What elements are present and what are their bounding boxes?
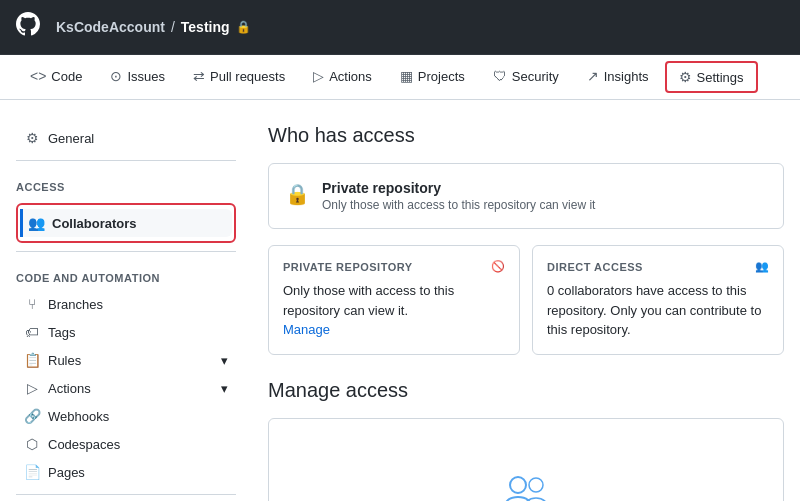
sidebar-divider-2 <box>16 251 236 252</box>
general-icon: ⚙ <box>24 130 40 146</box>
sidebar-divider-3 <box>16 494 236 495</box>
pr-icon: ⇄ <box>193 68 205 84</box>
access-container: 👥 Collaborators <box>16 203 236 243</box>
private-repo-card-header: PRIVATE REPOSITORY 🚫 <box>283 260 505 273</box>
private-repo-desc: Only those with access to this repositor… <box>322 198 595 212</box>
github-logo <box>16 12 40 42</box>
collaborator-illustration <box>496 467 556 502</box>
private-repo-card: 🔒 Private repository Only those with acc… <box>268 163 784 229</box>
nav-pull-requests[interactable]: ⇄ Pull requests <box>179 56 299 98</box>
actions-sidebar-icon: ▷ <box>24 380 40 396</box>
sidebar-codespaces[interactable]: ⬡ Codespaces <box>16 430 236 458</box>
nav-settings[interactable]: ⚙ Settings <box>665 61 758 93</box>
actions-chevron-icon: ▾ <box>221 381 228 396</box>
sidebar-branches[interactable]: ⑂ Branches <box>16 290 236 318</box>
security-icon: 🛡 <box>493 68 507 84</box>
tags-icon: 🏷 <box>24 324 40 340</box>
pages-icon: 📄 <box>24 464 40 480</box>
breadcrumb: KsCodeAccount / Testing 🔒 <box>56 19 251 35</box>
direct-access-card-header: DIRECT ACCESS 👥 <box>547 260 769 273</box>
sidebar-divider-1 <box>16 160 236 161</box>
manage-access-box: You haven't invited any collaborators ye… <box>268 418 784 502</box>
who-has-access-title: Who has access <box>268 124 784 147</box>
manage-access-title: Manage access <box>268 379 784 402</box>
code-icon: <> <box>30 68 46 84</box>
private-repo-title: Private repository <box>322 180 595 196</box>
insights-icon: ↗ <box>587 68 599 84</box>
nav-insights[interactable]: ↗ Insights <box>573 56 663 98</box>
settings-icon: ⚙ <box>679 69 692 85</box>
actions-icon: ▷ <box>313 68 324 84</box>
collaborators-icon: 👥 <box>28 215 44 231</box>
lock-icon: 🔒 <box>236 20 251 34</box>
projects-icon: ▦ <box>400 68 413 84</box>
issues-icon: ⊙ <box>110 68 122 84</box>
content-area: Who has access 🔒 Private repository Only… <box>268 124 784 501</box>
sidebar-webhooks[interactable]: 🔗 Webhooks <box>16 402 236 430</box>
nav-projects[interactable]: ▦ Projects <box>386 56 479 98</box>
nav-code[interactable]: <> Code <box>16 56 96 98</box>
private-repo-card-body: Only those with access to this repositor… <box>283 281 505 340</box>
sidebar-access-label: Access <box>16 169 236 199</box>
direct-access-info-card: DIRECT ACCESS 👥 0 collaborators have acc… <box>532 245 784 355</box>
direct-access-card-body: 0 collaborators have access to this repo… <box>547 281 769 340</box>
lock-card-icon: 🔒 <box>285 182 310 206</box>
direct-access-icon: 👥 <box>755 260 770 273</box>
sidebar-tags[interactable]: 🏷 Tags <box>16 318 236 346</box>
repo-nav: <> Code ⊙ Issues ⇄ Pull requests ▷ Actio… <box>0 55 800 100</box>
nav-actions[interactable]: ▷ Actions <box>299 56 386 98</box>
private-repo-card-icon: 🚫 <box>491 260 506 273</box>
main-content: ⚙ General Access 👥 Collaborators Code an… <box>0 100 800 501</box>
rules-chevron-icon: ▾ <box>221 353 228 368</box>
rules-icon: 📋 <box>24 352 40 368</box>
svg-point-1 <box>529 478 543 492</box>
private-repo-info-card: PRIVATE REPOSITORY 🚫 Only those with acc… <box>268 245 520 355</box>
repo-name[interactable]: Testing <box>181 19 230 35</box>
sidebar: ⚙ General Access 👥 Collaborators Code an… <box>16 124 236 501</box>
branches-icon: ⑂ <box>24 296 40 312</box>
info-cards: PRIVATE REPOSITORY 🚫 Only those with acc… <box>268 245 784 355</box>
manage-link[interactable]: Manage <box>283 322 330 337</box>
sidebar-rules[interactable]: 📋 Rules ▾ <box>16 346 236 374</box>
webhooks-icon: 🔗 <box>24 408 40 424</box>
codespaces-icon: ⬡ <box>24 436 40 452</box>
sidebar-pages[interactable]: 📄 Pages <box>16 458 236 486</box>
manage-access-section: Manage access <box>268 379 784 502</box>
top-nav: KsCodeAccount / Testing 🔒 <box>0 0 800 55</box>
svg-point-0 <box>510 477 526 493</box>
nav-issues[interactable]: ⊙ Issues <box>96 56 179 98</box>
sidebar-general[interactable]: ⚙ General <box>16 124 236 152</box>
sidebar-code-automation-label: Code and automation <box>16 260 236 290</box>
separator: / <box>171 19 175 35</box>
account-name[interactable]: KsCodeAccount <box>56 19 165 35</box>
sidebar-actions[interactable]: ▷ Actions ▾ <box>16 374 236 402</box>
sidebar-collaborators[interactable]: 👥 Collaborators <box>20 209 232 237</box>
nav-security[interactable]: 🛡 Security <box>479 56 573 98</box>
